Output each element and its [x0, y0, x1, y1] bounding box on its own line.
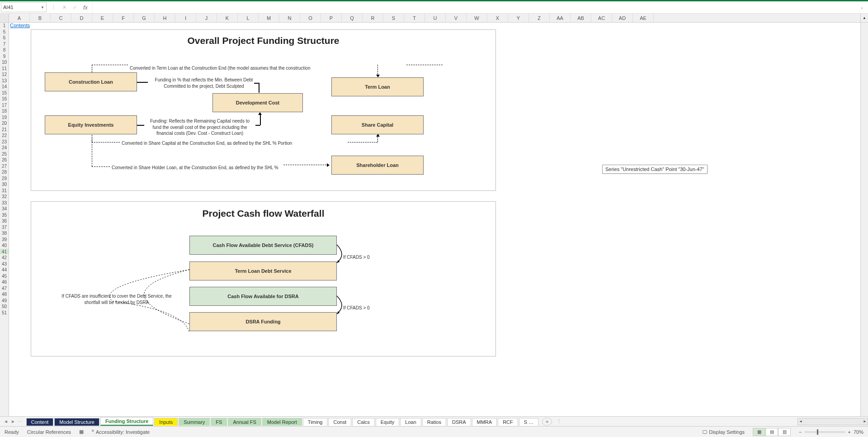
name-box-dropdown-icon[interactable]: ▼: [41, 5, 44, 10]
row-header-39[interactable]: 39: [0, 237, 9, 243]
col-header-AB[interactable]: AB: [571, 14, 591, 22]
vertical-scrollbar[interactable]: [860, 23, 868, 416]
col-header-AE[interactable]: AE: [633, 14, 654, 22]
col-header-S[interactable]: S: [383, 14, 404, 22]
row-header-42[interactable]: 42: [0, 255, 9, 261]
row-header-35[interactable]: 35: [0, 212, 9, 218]
row-header-5[interactable]: 5: [0, 29, 9, 35]
col-header-V[interactable]: V: [446, 14, 467, 22]
col-header-Z[interactable]: Z: [529, 14, 550, 22]
row-header-7[interactable]: 7: [0, 41, 9, 48]
col-header-A[interactable]: A: [9, 14, 30, 22]
row-header-44[interactable]: 44: [0, 267, 9, 273]
col-header-I[interactable]: I: [175, 14, 196, 22]
row-header-23[interactable]: 23: [0, 139, 9, 145]
col-header-E[interactable]: E: [92, 14, 113, 22]
row-header-16[interactable]: 16: [0, 96, 9, 102]
row-header-47[interactable]: 47: [0, 285, 9, 292]
sheet-tab-const[interactable]: Const: [328, 418, 351, 426]
col-header-L[interactable]: L: [238, 14, 259, 22]
col-header-Q[interactable]: Q: [342, 14, 363, 22]
row-header-40[interactable]: 40: [0, 242, 9, 249]
row-header-27[interactable]: 27: [0, 163, 9, 170]
row-header-43[interactable]: 43: [0, 261, 9, 267]
row-header-14[interactable]: 14: [0, 84, 9, 90]
status-accessibility[interactable]: ᴿ Accessibility: Investigate: [92, 429, 150, 435]
row-header-10[interactable]: 10: [0, 59, 9, 66]
sheet-tab-ratios[interactable]: Ratios: [422, 418, 446, 426]
col-header-J[interactable]: J: [196, 14, 217, 22]
row-header-26[interactable]: 26: [0, 157, 9, 163]
row-header-11[interactable]: 11: [0, 66, 9, 72]
row-header-48[interactable]: 48: [0, 291, 9, 298]
row-header-36[interactable]: 36: [0, 218, 9, 224]
col-header-G[interactable]: G: [134, 14, 155, 22]
row-header-45[interactable]: 45: [0, 273, 9, 280]
row-header-33[interactable]: 33: [0, 200, 9, 206]
col-header-R[interactable]: R: [363, 14, 383, 22]
col-header-AC[interactable]: AC: [591, 14, 612, 22]
sheet-tab-mmra[interactable]: MMRA: [472, 418, 497, 426]
col-header-C[interactable]: C: [51, 14, 71, 22]
sheet-tab-inputs[interactable]: Inputs: [154, 418, 178, 426]
row-header-6[interactable]: 6: [0, 35, 9, 41]
row-header-9[interactable]: 9: [0, 53, 9, 60]
tab-nav-ellipsis-icon[interactable]: ⋯: [18, 419, 23, 424]
sheet-tab-loan[interactable]: Loan: [400, 418, 421, 426]
row-header-41[interactable]: 41: [0, 249, 9, 255]
col-header-H[interactable]: H: [155, 14, 175, 22]
col-header-AA[interactable]: AA: [550, 14, 571, 22]
sheet-tab-s-[interactable]: S …: [519, 418, 538, 426]
zoom-slider[interactable]: [805, 431, 845, 433]
horizontal-scrollbar[interactable]: ◄ ►: [797, 418, 868, 425]
tab-menu-icon[interactable]: ⋮: [555, 418, 563, 424]
row-header-8[interactable]: 8: [0, 47, 9, 53]
row-header-1[interactable]: 1: [0, 23, 9, 29]
scroll-right-icon[interactable]: ►: [863, 419, 867, 423]
row-header-46[interactable]: 46: [0, 279, 9, 285]
row-header-15[interactable]: 15: [0, 90, 9, 96]
scroll-up-button[interactable]: ▲: [860, 14, 868, 22]
row-header-13[interactable]: 13: [0, 78, 9, 84]
status-macro-icon[interactable]: ▦: [79, 429, 84, 435]
view-normal-button[interactable]: ▦: [753, 428, 765, 436]
row-header-22[interactable]: 22: [0, 133, 9, 139]
col-header-O[interactable]: O: [300, 14, 321, 22]
formula-input[interactable]: [92, 2, 856, 12]
row-header-24[interactable]: 24: [0, 145, 9, 151]
sheet-tab-model-report[interactable]: Model Report: [262, 418, 302, 426]
col-header-U[interactable]: U: [425, 14, 446, 22]
col-header-Y[interactable]: Y: [508, 14, 529, 22]
sheet-tab-model-structure[interactable]: Model Structure: [54, 418, 99, 426]
row-header-20[interactable]: 20: [0, 120, 9, 127]
col-header-D[interactable]: D: [71, 14, 92, 22]
row-header-17[interactable]: 17: [0, 102, 9, 109]
scroll-left-icon[interactable]: ◄: [799, 419, 802, 423]
row-header-12[interactable]: 12: [0, 71, 9, 78]
sheet-tab-calcs[interactable]: Calcs: [352, 418, 375, 426]
formula-expand-icon[interactable]: ⌄: [856, 5, 867, 10]
row-header-21[interactable]: 21: [0, 127, 9, 133]
view-page-break-button[interactable]: ▥: [778, 428, 791, 436]
row-header-34[interactable]: 34: [0, 206, 9, 212]
col-header-W[interactable]: W: [467, 14, 487, 22]
contents-link[interactable]: Contents: [10, 23, 30, 28]
display-settings-button[interactable]: 🖵 Display Settings: [702, 429, 745, 435]
col-header-N[interactable]: N: [279, 14, 300, 22]
row-header-25[interactable]: 25: [0, 151, 9, 157]
tab-nav-prev-icon[interactable]: ◄: [4, 419, 8, 424]
name-box[interactable]: AI41 ▼: [1, 2, 47, 12]
sheet-tab-equity[interactable]: Equity: [376, 418, 400, 426]
row-header-28[interactable]: 28: [0, 169, 9, 176]
row-header-30[interactable]: 30: [0, 181, 9, 188]
zoom-in-button[interactable]: +: [848, 429, 851, 435]
col-header-M[interactable]: M: [259, 14, 279, 22]
row-header-31[interactable]: 31: [0, 188, 9, 194]
sheet-tab-fs[interactable]: FS: [211, 418, 227, 426]
enter-icon[interactable]: ✓: [73, 5, 77, 10]
cancel-icon[interactable]: ✕: [62, 5, 66, 10]
worksheet-canvas[interactable]: Contents Overall Project Funding Structu…: [9, 23, 860, 416]
col-header-B[interactable]: B: [30, 14, 51, 22]
sheet-tab-summary[interactable]: Summary: [179, 418, 210, 426]
tab-nav-buttons[interactable]: ◄ ► ⋯: [0, 419, 26, 424]
